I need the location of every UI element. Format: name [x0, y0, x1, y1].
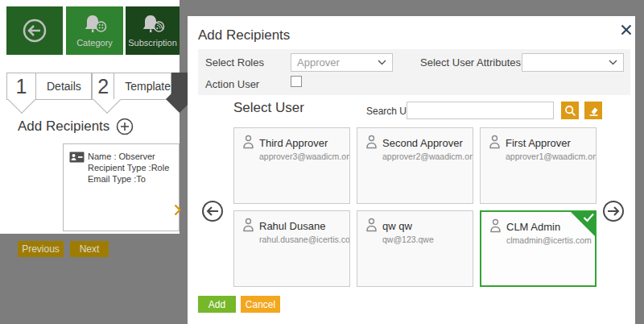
user-email: approver3@waadicm.onmic...	[259, 152, 350, 161]
add-recipients-heading: Add Recipients	[18, 118, 134, 135]
step-3-tab[interactable]	[171, 73, 188, 100]
person-icon	[488, 135, 502, 150]
user-name: First Approver	[506, 137, 571, 149]
recipient-summary-card[interactable]: Name : Observer Recipient Type :Role Ema…	[63, 143, 180, 231]
user-name: CLM Admin	[506, 221, 560, 233]
action-user-checkbox[interactable]	[291, 76, 302, 87]
email-type-line: Email Type :To	[88, 173, 169, 185]
search-icon	[564, 105, 576, 117]
person-icon	[365, 218, 378, 233]
step-number: 2	[93, 73, 114, 99]
person-icon	[242, 218, 255, 233]
cancel-button[interactable]: Cancel	[241, 296, 280, 313]
eraser-icon	[588, 105, 600, 117]
category-bell-icon	[81, 14, 109, 36]
user-card[interactable]: Second Approver approver2@waadicm.onmic.…	[357, 127, 473, 204]
action-user-label: Action User	[205, 78, 259, 90]
previous-page-arrow[interactable]	[201, 200, 224, 222]
user-name: Rahul Dusane	[259, 220, 325, 232]
filter-panel: Select Roles Approver Select User Attrib…	[198, 49, 630, 95]
subscription-bell-icon	[139, 14, 167, 36]
step-tab-details[interactable]: 1 Details	[6, 73, 92, 100]
select-roles-label: Select Roles	[205, 56, 264, 69]
user-card[interactable]: Third Approver approver3@waadicm.onmic..…	[233, 127, 350, 204]
user-card[interactable]: qw qw qw@123.qwe	[357, 210, 473, 287]
select-user-title: Select User	[233, 100, 304, 116]
select-roles-dropdown[interactable]: Approver	[291, 53, 393, 72]
recipient-summary-text: Name : Observer Recipient Type :Role Ema…	[88, 151, 169, 185]
user-card[interactable]: First Approver approver1@waadicm.onmic..…	[480, 127, 597, 204]
user-email: approver2@waadicm.onmic...	[382, 152, 473, 161]
clear-search-button[interactable]	[584, 102, 602, 119]
chevron-right-icon[interactable]	[174, 204, 181, 216]
user-email: approver1@waadicm.onmic...	[506, 152, 597, 161]
recipient-name-line: Name : Observer	[88, 151, 169, 162]
close-icon	[621, 24, 632, 35]
select-user-attributes-label: Select User Attributes	[420, 56, 521, 69]
user-name: Second Approver	[382, 137, 463, 149]
step-label: Template	[114, 73, 171, 99]
back-tile-button[interactable]	[6, 6, 63, 55]
close-button[interactable]	[619, 23, 634, 38]
background-page: Category Subscription 1 Details 2 Templa…	[0, 0, 180, 234]
arrow-right-icon	[602, 200, 625, 222]
previous-button[interactable]: Previous	[18, 241, 64, 257]
select-user-attributes-dropdown[interactable]	[522, 53, 624, 72]
contact-card-icon	[69, 152, 85, 163]
user-card[interactable]: Rahul Dusane rahul.dusane@icertis.com	[233, 210, 350, 287]
chevron-down-icon	[609, 60, 617, 65]
arrow-left-icon	[201, 200, 224, 222]
user-name: qw qw	[382, 220, 412, 232]
user-email: qw@123.qwe	[382, 235, 434, 244]
user-email: rahul.dusane@icertis.com	[259, 235, 350, 244]
search-user-input[interactable]	[407, 102, 554, 119]
person-icon	[489, 218, 502, 234]
add-button[interactable]: Add	[198, 296, 236, 313]
next-button[interactable]: Next	[70, 241, 109, 257]
search-button[interactable]	[561, 102, 579, 119]
add-recipient-plus-icon[interactable]	[116, 118, 134, 135]
select-roles-value: Approver	[297, 56, 340, 69]
subscription-tile-button[interactable]: Subscription	[126, 6, 180, 55]
recipient-type-line: Recipient Type :Role	[88, 162, 169, 173]
step-number: 1	[7, 73, 36, 99]
section-title: Add Recipients	[18, 118, 109, 135]
selected-check-icon	[583, 213, 595, 222]
category-tile-button[interactable]: Category	[66, 6, 123, 55]
user-card[interactable]: CLM Admin clmadmin@icertis.com	[480, 210, 597, 287]
person-icon	[365, 135, 378, 150]
chevron-down-icon	[378, 60, 386, 65]
selected-corner	[569, 210, 597, 238]
step-tab-template[interactable]: 2 Template	[92, 73, 171, 100]
tile-label: Category	[76, 38, 113, 48]
back-arrow-icon	[19, 15, 50, 46]
person-icon	[242, 135, 255, 150]
add-recipients-dialog: Add Recipients Select Roles Approver Sel…	[188, 16, 635, 324]
tile-label: Subscription	[128, 38, 177, 48]
screen: Category Subscription 1 Details 2 Templa…	[0, 0, 644, 324]
step-label: Details	[36, 73, 81, 99]
dialog-title: Add Recipients	[198, 27, 290, 44]
next-page-arrow[interactable]	[602, 200, 625, 222]
user-grid: Third Approver approver3@waadicm.onmic..…	[233, 127, 597, 287]
user-name: Third Approver	[259, 137, 328, 149]
